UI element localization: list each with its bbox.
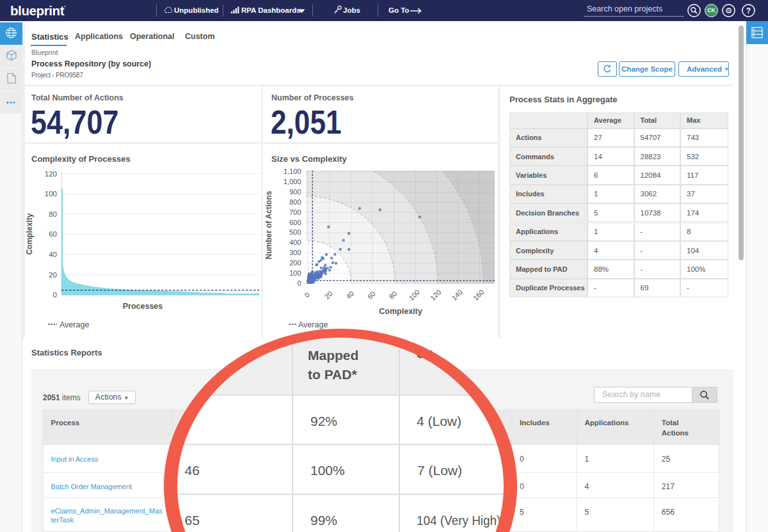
svg-text:160: 160 — [472, 288, 485, 302]
svg-text:Average: Average — [60, 320, 89, 329]
svg-text:800: 800 — [289, 198, 301, 206]
svg-text:300: 300 — [289, 249, 301, 256]
svg-text:100: 100 — [289, 269, 301, 277]
svg-text:100: 100 — [407, 288, 420, 302]
svg-text:0: 0 — [53, 291, 57, 299]
svg-text:120: 120 — [45, 170, 57, 178]
svg-text:60: 60 — [49, 230, 57, 238]
svg-text:Complexity: Complexity — [379, 307, 422, 316]
svg-text:1,100: 1,100 — [284, 168, 301, 175]
svg-text:700: 700 — [289, 208, 301, 216]
svg-text:80: 80 — [49, 210, 57, 218]
svg-text:120: 120 — [429, 288, 442, 302]
svg-text:400: 400 — [289, 239, 301, 246]
svg-text:40: 40 — [49, 251, 57, 258]
svg-text:Processes: Processes — [123, 302, 163, 311]
svg-text:Complexity: Complexity — [25, 213, 34, 254]
svg-text:140: 140 — [450, 288, 463, 302]
svg-text:200: 200 — [289, 259, 301, 267]
svg-text:⚙: ⚙ — [725, 6, 732, 15]
svg-text:0: 0 — [303, 291, 311, 299]
svg-text:500: 500 — [289, 228, 301, 236]
svg-text:0: 0 — [297, 279, 301, 287]
svg-text:60: 60 — [366, 290, 377, 301]
svg-text:20: 20 — [49, 271, 57, 279]
svg-text:1,000: 1,000 — [284, 178, 301, 185]
svg-text:Number of Actions: Number of Actions — [264, 191, 273, 259]
svg-text:600: 600 — [289, 219, 301, 226]
svg-text:80: 80 — [387, 290, 398, 301]
svg-text:100: 100 — [45, 190, 57, 198]
svg-text:900: 900 — [289, 188, 301, 196]
svg-text:40: 40 — [344, 290, 355, 301]
svg-text:?: ? — [746, 6, 751, 15]
svg-text:20: 20 — [323, 290, 334, 301]
